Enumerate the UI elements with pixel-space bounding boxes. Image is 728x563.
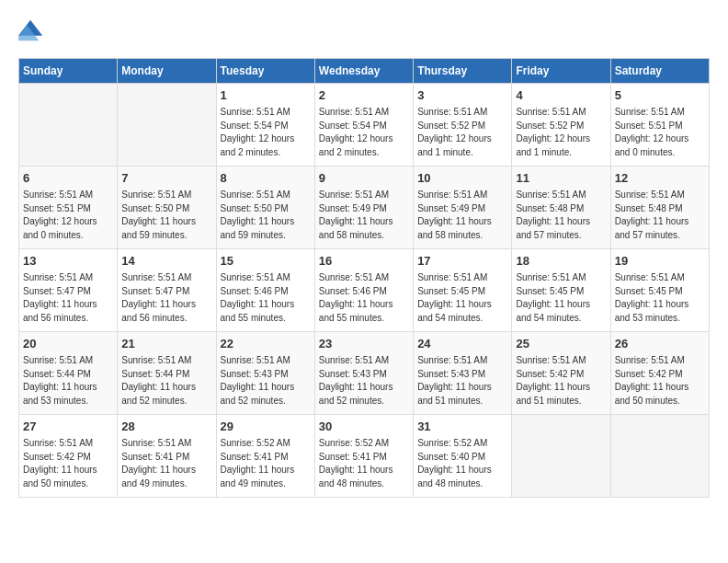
- day-number: 7: [121, 170, 211, 187]
- day-number: 3: [417, 87, 507, 104]
- logo-icon: [18, 18, 44, 44]
- week-row-5: 27Sunrise: 5:51 AM Sunset: 5:42 PM Dayli…: [19, 415, 710, 498]
- day-info: Sunrise: 5:51 AM Sunset: 5:45 PM Dayligh…: [417, 271, 507, 325]
- day-number: 14: [121, 253, 211, 270]
- day-number: 4: [516, 87, 606, 104]
- day-info: Sunrise: 5:52 AM Sunset: 5:41 PM Dayligh…: [319, 437, 409, 490]
- day-info: Sunrise: 5:51 AM Sunset: 5:43 PM Dayligh…: [319, 354, 409, 408]
- day-number: 6: [23, 170, 113, 187]
- calendar-cell: 12Sunrise: 5:51 AM Sunset: 5:48 PM Dayli…: [610, 167, 709, 249]
- day-number: 20: [23, 336, 113, 352]
- day-info: Sunrise: 5:51 AM Sunset: 5:43 PM Dayligh…: [221, 354, 311, 408]
- day-info: Sunrise: 5:51 AM Sunset: 5:45 PM Dayligh…: [615, 271, 705, 325]
- day-number: 10: [417, 170, 507, 187]
- weekday-header-tuesday: Tuesday: [216, 59, 314, 84]
- calendar-cell: 2Sunrise: 5:51 AM Sunset: 5:54 PM Daylig…: [314, 84, 413, 167]
- weekday-header-saturday: Saturday: [610, 59, 709, 84]
- day-info: Sunrise: 5:51 AM Sunset: 5:52 PM Dayligh…: [516, 106, 606, 159]
- weekday-header-wednesday: Wednesday: [314, 59, 413, 84]
- weekday-header-friday: Friday: [512, 59, 610, 84]
- calendar-table: SundayMondayTuesdayWednesdayThursdayFrid…: [18, 58, 710, 498]
- day-number: 13: [23, 253, 113, 270]
- calendar-cell: 17Sunrise: 5:51 AM Sunset: 5:45 PM Dayli…: [414, 249, 512, 332]
- calendar-cell: 10Sunrise: 5:51 AM Sunset: 5:49 PM Dayli…: [414, 167, 512, 249]
- day-info: Sunrise: 5:51 AM Sunset: 5:44 PM Dayligh…: [23, 354, 113, 408]
- calendar-cell: 1Sunrise: 5:51 AM Sunset: 5:54 PM Daylig…: [216, 84, 314, 167]
- day-info: Sunrise: 5:51 AM Sunset: 5:45 PM Dayligh…: [516, 271, 606, 325]
- day-number: 5: [615, 87, 705, 104]
- weekday-header-sunday: Sunday: [19, 59, 118, 84]
- day-info: Sunrise: 5:51 AM Sunset: 5:46 PM Dayligh…: [221, 271, 311, 325]
- day-number: 8: [221, 170, 311, 187]
- day-info: Sunrise: 5:51 AM Sunset: 5:51 PM Dayligh…: [23, 189, 113, 242]
- day-number: 23: [319, 336, 409, 352]
- calendar-cell: 24Sunrise: 5:51 AM Sunset: 5:43 PM Dayli…: [414, 332, 512, 415]
- calendar-cell: 20Sunrise: 5:51 AM Sunset: 5:44 PM Dayli…: [19, 332, 118, 415]
- day-number: 26: [615, 336, 705, 352]
- calendar-cell: 3Sunrise: 5:51 AM Sunset: 5:52 PM Daylig…: [414, 84, 512, 167]
- day-number: 2: [319, 87, 409, 104]
- day-number: 15: [221, 253, 311, 270]
- day-info: Sunrise: 5:51 AM Sunset: 5:49 PM Dayligh…: [417, 189, 507, 242]
- calendar-cell: 5Sunrise: 5:51 AM Sunset: 5:51 PM Daylig…: [610, 84, 709, 167]
- calendar-cell: 13Sunrise: 5:51 AM Sunset: 5:47 PM Dayli…: [19, 249, 118, 332]
- calendar-cell: 14Sunrise: 5:51 AM Sunset: 5:47 PM Dayli…: [118, 249, 216, 332]
- calendar-cell: 23Sunrise: 5:51 AM Sunset: 5:43 PM Dayli…: [314, 332, 413, 415]
- day-info: Sunrise: 5:51 AM Sunset: 5:54 PM Dayligh…: [221, 106, 311, 159]
- weekday-header-monday: Monday: [118, 59, 216, 84]
- day-info: Sunrise: 5:51 AM Sunset: 5:48 PM Dayligh…: [516, 189, 606, 242]
- calendar-cell: 30Sunrise: 5:52 AM Sunset: 5:41 PM Dayli…: [314, 415, 413, 498]
- day-info: Sunrise: 5:51 AM Sunset: 5:47 PM Dayligh…: [121, 271, 211, 325]
- day-number: 29: [221, 419, 311, 435]
- day-info: Sunrise: 5:51 AM Sunset: 5:50 PM Dayligh…: [121, 189, 211, 242]
- day-info: Sunrise: 5:51 AM Sunset: 5:51 PM Dayligh…: [615, 106, 705, 159]
- calendar-cell: 7Sunrise: 5:51 AM Sunset: 5:50 PM Daylig…: [118, 167, 216, 249]
- day-number: 22: [221, 336, 311, 352]
- calendar-cell: 29Sunrise: 5:52 AM Sunset: 5:41 PM Dayli…: [216, 415, 314, 498]
- day-number: 1: [221, 87, 311, 104]
- day-info: Sunrise: 5:51 AM Sunset: 5:44 PM Dayligh…: [121, 354, 211, 408]
- day-info: Sunrise: 5:51 AM Sunset: 5:42 PM Dayligh…: [615, 354, 705, 408]
- page-header: [18, 18, 710, 44]
- calendar-cell: 21Sunrise: 5:51 AM Sunset: 5:44 PM Dayli…: [118, 332, 216, 415]
- day-info: Sunrise: 5:51 AM Sunset: 5:42 PM Dayligh…: [516, 354, 606, 408]
- day-number: 28: [121, 419, 211, 435]
- week-row-4: 20Sunrise: 5:51 AM Sunset: 5:44 PM Dayli…: [19, 332, 710, 415]
- day-info: Sunrise: 5:51 AM Sunset: 5:49 PM Dayligh…: [319, 189, 409, 242]
- day-info: Sunrise: 5:51 AM Sunset: 5:46 PM Dayligh…: [319, 271, 409, 325]
- day-info: Sunrise: 5:51 AM Sunset: 5:43 PM Dayligh…: [417, 354, 507, 408]
- calendar-cell: 6Sunrise: 5:51 AM Sunset: 5:51 PM Daylig…: [19, 167, 118, 249]
- calendar-cell: 27Sunrise: 5:51 AM Sunset: 5:42 PM Dayli…: [19, 415, 118, 498]
- calendar-cell: [118, 84, 216, 167]
- week-row-3: 13Sunrise: 5:51 AM Sunset: 5:47 PM Dayli…: [19, 249, 710, 332]
- calendar-cell: [19, 84, 118, 167]
- day-number: 17: [417, 253, 507, 270]
- day-info: Sunrise: 5:51 AM Sunset: 5:54 PM Dayligh…: [319, 106, 409, 159]
- calendar-cell: 18Sunrise: 5:51 AM Sunset: 5:45 PM Dayli…: [512, 249, 610, 332]
- day-number: 11: [516, 170, 606, 187]
- calendar-cell: 31Sunrise: 5:52 AM Sunset: 5:40 PM Dayli…: [414, 415, 512, 498]
- calendar-cell: 4Sunrise: 5:51 AM Sunset: 5:52 PM Daylig…: [512, 84, 610, 167]
- logo: [18, 18, 46, 44]
- day-info: Sunrise: 5:51 AM Sunset: 5:42 PM Dayligh…: [23, 437, 113, 490]
- calendar-cell: [610, 415, 709, 498]
- calendar-cell: 11Sunrise: 5:51 AM Sunset: 5:48 PM Dayli…: [512, 167, 610, 249]
- day-info: Sunrise: 5:51 AM Sunset: 5:41 PM Dayligh…: [121, 437, 211, 490]
- calendar-cell: 8Sunrise: 5:51 AM Sunset: 5:50 PM Daylig…: [216, 167, 314, 249]
- day-number: 16: [319, 253, 409, 270]
- calendar-cell: 22Sunrise: 5:51 AM Sunset: 5:43 PM Dayli…: [216, 332, 314, 415]
- day-number: 12: [615, 170, 705, 187]
- day-info: Sunrise: 5:52 AM Sunset: 5:41 PM Dayligh…: [221, 437, 311, 490]
- week-row-2: 6Sunrise: 5:51 AM Sunset: 5:51 PM Daylig…: [19, 167, 710, 249]
- day-number: 25: [516, 336, 606, 352]
- calendar-cell: 28Sunrise: 5:51 AM Sunset: 5:41 PM Dayli…: [118, 415, 216, 498]
- day-number: 21: [121, 336, 211, 352]
- week-row-1: 1Sunrise: 5:51 AM Sunset: 5:54 PM Daylig…: [19, 84, 710, 167]
- day-number: 9: [319, 170, 409, 187]
- day-info: Sunrise: 5:51 AM Sunset: 5:52 PM Dayligh…: [417, 106, 507, 159]
- calendar-cell: 15Sunrise: 5:51 AM Sunset: 5:46 PM Dayli…: [216, 249, 314, 332]
- day-info: Sunrise: 5:52 AM Sunset: 5:40 PM Dayligh…: [417, 437, 507, 490]
- day-number: 31: [417, 419, 507, 435]
- day-info: Sunrise: 5:51 AM Sunset: 5:47 PM Dayligh…: [23, 271, 113, 325]
- weekday-header-row: SundayMondayTuesdayWednesdayThursdayFrid…: [19, 59, 710, 84]
